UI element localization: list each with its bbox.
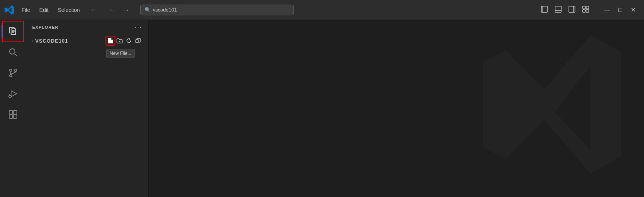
collapse-folders-button[interactable] (134, 36, 142, 45)
svg-point-22 (9, 95, 11, 98)
sidebar-item-run[interactable] (3, 84, 23, 104)
new-file-icon (107, 38, 113, 44)
svg-rect-6 (583, 6, 585, 9)
toggle-secondary-sidebar-button[interactable] (565, 3, 578, 17)
nav-forward-button[interactable]: → (120, 5, 133, 15)
maximize-button[interactable]: □ (614, 4, 626, 16)
extensions-icon (8, 109, 18, 119)
svg-rect-32 (136, 40, 138, 43)
search-icon (8, 47, 18, 57)
folder-chevron-icon: › (32, 38, 34, 43)
svg-rect-7 (586, 6, 589, 9)
svg-line-16 (15, 54, 17, 56)
explorer-section: › VSCODE101 New File... (26, 35, 148, 47)
search-value: vscode101 (153, 7, 177, 13)
titlebar-right-controls: — □ ✕ (538, 3, 639, 17)
sidebar-right-icon (568, 6, 575, 13)
sidebar-item-search[interactable] (3, 42, 23, 62)
svg-rect-9 (586, 10, 589, 12)
sidebar-item-extensions[interactable] (3, 104, 23, 124)
menu-more[interactable]: ··· (86, 5, 99, 15)
menu-edit[interactable]: Edit (36, 5, 52, 15)
vscode-logo-icon (5, 5, 14, 15)
new-folder-icon (117, 38, 123, 44)
refresh-icon (126, 38, 132, 44)
svg-point-19 (15, 69, 17, 71)
svg-rect-27 (13, 115, 17, 118)
sidebar-item-source-control[interactable] (3, 63, 23, 83)
nav-back-button[interactable]: ← (106, 5, 119, 15)
source-control-icon (8, 68, 18, 78)
panel-bottom-icon (555, 6, 562, 13)
close-button[interactable]: ✕ (627, 4, 639, 16)
new-file-button[interactable]: New File... (106, 36, 115, 45)
folder-row-vscode101[interactable]: › VSCODE101 New File... (29, 35, 145, 47)
sidebar-header: EXPLORER ··· (26, 20, 148, 35)
explorer-icon (8, 26, 18, 37)
menu-file[interactable]: File (18, 5, 33, 15)
activity-bar (0, 20, 26, 197)
toggle-primary-sidebar-button[interactable] (538, 3, 551, 17)
svg-rect-25 (13, 111, 17, 114)
nav-buttons: ← → (106, 5, 133, 15)
titlebar: File Edit Selection ··· ← → 🔍 vscode101 (0, 0, 644, 20)
watermark-icon (475, 28, 629, 181)
svg-rect-2 (555, 6, 561, 12)
folder-action-icons: New File... (106, 36, 142, 45)
layout-icon (582, 6, 589, 13)
editor-area (149, 20, 644, 197)
sidebar-item-explorer[interactable] (3, 22, 23, 41)
run-icon (8, 89, 18, 99)
svg-rect-4 (569, 6, 575, 12)
folder-name: VSCODE101 (35, 38, 106, 44)
main-content: EXPLORER ··· › VSCODE101 New File... (0, 20, 644, 197)
svg-point-15 (10, 49, 15, 54)
sidebar-left-icon (541, 6, 548, 13)
svg-point-17 (10, 69, 12, 71)
svg-marker-21 (11, 91, 16, 97)
svg-rect-26 (9, 115, 13, 118)
search-icon: 🔍 (145, 7, 151, 13)
collapse-icon (135, 38, 141, 44)
svg-point-18 (10, 74, 12, 77)
minimize-button[interactable]: — (600, 4, 614, 16)
toggle-panel-button[interactable] (552, 3, 565, 17)
menu-selection[interactable]: Selection (55, 5, 83, 15)
explorer-more-button[interactable]: ··· (135, 24, 142, 31)
explorer-title: EXPLORER (32, 25, 59, 30)
refresh-explorer-button[interactable] (125, 36, 133, 45)
sidebar-panel: EXPLORER ··· › VSCODE101 New File... (26, 20, 149, 197)
new-file-tooltip: New File... (106, 49, 135, 58)
svg-rect-8 (583, 10, 585, 12)
new-folder-button[interactable] (115, 36, 124, 45)
svg-rect-0 (541, 6, 547, 12)
customize-layout-button[interactable] (579, 3, 592, 17)
svg-rect-24 (9, 111, 13, 114)
command-palette-search[interactable]: 🔍 vscode101 (140, 5, 294, 15)
